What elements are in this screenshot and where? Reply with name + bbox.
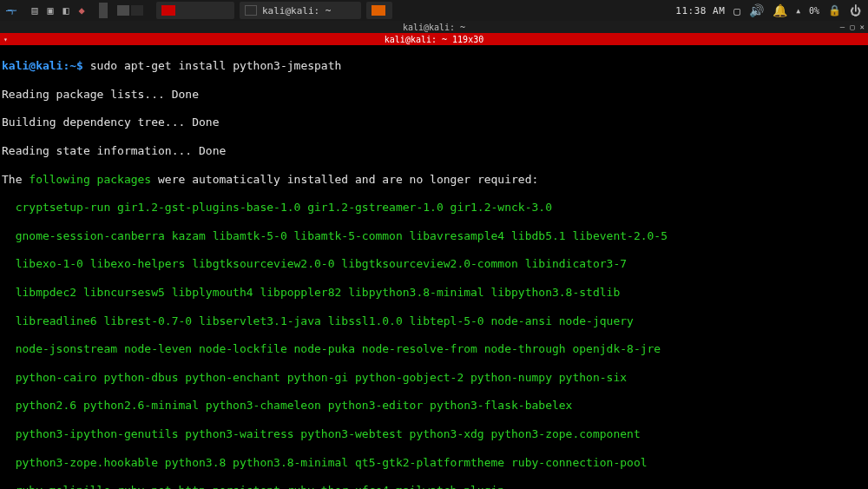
terminal-tab-left-button[interactable]: ▾ (3, 36, 8, 43)
taskbar-item-2-label: kali@kali: ~ (262, 5, 331, 17)
taskbar-item-2-icon (245, 5, 257, 16)
battery-tray[interactable]: 0% (809, 6, 819, 16)
taskbar-item-2[interactable]: kali@kali: ~ (240, 2, 361, 19)
package-line: node-jsonstream node-leven node-lockfile… (2, 342, 866, 356)
panel-launchers: ▤ ▣ ◧ ◆ (23, 0, 94, 21)
taskbar-item-3[interactable] (366, 2, 392, 19)
lock-tray-icon[interactable]: 🔒 (828, 4, 841, 17)
output-line: Reading package lists... Done (2, 88, 866, 102)
files-launcher-icon[interactable]: ▤ (27, 4, 43, 17)
display-tray-icon[interactable]: ▢ (733, 4, 740, 17)
terminal-tab-bar[interactable]: ▾ kali@kali: ~ 119x30 (0, 33, 868, 45)
output-line: Reading state information... Done (2, 144, 866, 158)
taskbar-item-1-thumb-icon (161, 5, 175, 16)
package-line: python-cairo python-dbus python-enchant … (2, 371, 866, 385)
battery-pct-label: 0% (809, 6, 819, 16)
window-minimize-button[interactable]: — (840, 23, 845, 31)
output-text: following packages (29, 173, 151, 186)
package-line: python3-ipython-genutils python3-waitres… (2, 427, 866, 441)
notifications-tray-icon[interactable]: 🔔 (773, 3, 787, 17)
workspace-switcher[interactable] (113, 0, 148, 21)
window-close-button[interactable]: ✕ (860, 23, 865, 31)
window-title: kali@kali: ~ (403, 23, 465, 32)
app-launcher-icon[interactable]: ◆ (74, 4, 89, 17)
volume-tray-icon[interactable]: 🔊 (749, 3, 764, 17)
package-line: python2.6 python2.6-minimal python3-cham… (2, 399, 866, 413)
package-line: python3-zope.hookable python3.8 python3.… (2, 456, 866, 470)
output-line: Building dependency tree... Done (2, 116, 866, 129)
clock[interactable]: 11:38 AM (675, 5, 725, 17)
system-tray: 11:38 AM ▢ 🔊 🔔 ▲ 0% 🔒 ⏻ (668, 3, 868, 17)
package-line: libreadline6 librest-0.7-0 libservlet3.1… (2, 314, 866, 328)
output-text: The (2, 173, 29, 186)
window-titlebar[interactable]: kali@kali: ~ — ▢ ✕ (0, 21, 868, 33)
window-maximize-button[interactable]: ▢ (850, 23, 854, 31)
network-tray-icon[interactable]: ▲ (796, 7, 800, 15)
output-text: were automatically installed and are no … (151, 173, 538, 186)
package-line: libmpdec2 libncursesw5 libplymouth4 libp… (2, 286, 866, 300)
package-line: gnome-session-canberra kazam libamtk-5-0… (2, 229, 866, 243)
command-input: sudo apt-get install python3-jmespath (90, 59, 342, 72)
window-task-list: kali@kali: ~ (156, 0, 392, 21)
package-line: ruby-molinillo ruby-net-http-persistent … (2, 484, 866, 489)
taskbar-item-3-thumb-icon (372, 5, 385, 16)
terminal-tab-title: kali@kali: ~ 119x30 (385, 35, 483, 44)
prompt-user-host: kali@kali (2, 59, 62, 72)
terminal-launcher-icon[interactable]: ▣ (43, 4, 58, 17)
xfce-panel: ▤ ▣ ◧ ◆ kali@kali: ~ 11:38 AM ▢ 🔊 🔔 ▲ 0% (0, 0, 868, 21)
terminal-output[interactable]: kali@kali:~$ sudo apt-get install python… (0, 45, 868, 489)
window-controls: — ▢ ✕ (840, 21, 865, 33)
package-line: cryptsetup-run gir1.2-gst-plugins-base-1… (2, 201, 866, 215)
package-line: libexo-1-0 libexo-helpers libgtksourcevi… (2, 257, 866, 271)
panel-separator (99, 3, 108, 18)
editor-launcher-icon[interactable]: ◧ (58, 4, 74, 17)
taskbar-item-1[interactable] (156, 2, 234, 19)
power-tray-icon[interactable]: ⏻ (850, 4, 861, 17)
kali-menu-button[interactable] (0, 0, 23, 21)
prompt-sep: :~$ (62, 59, 82, 72)
